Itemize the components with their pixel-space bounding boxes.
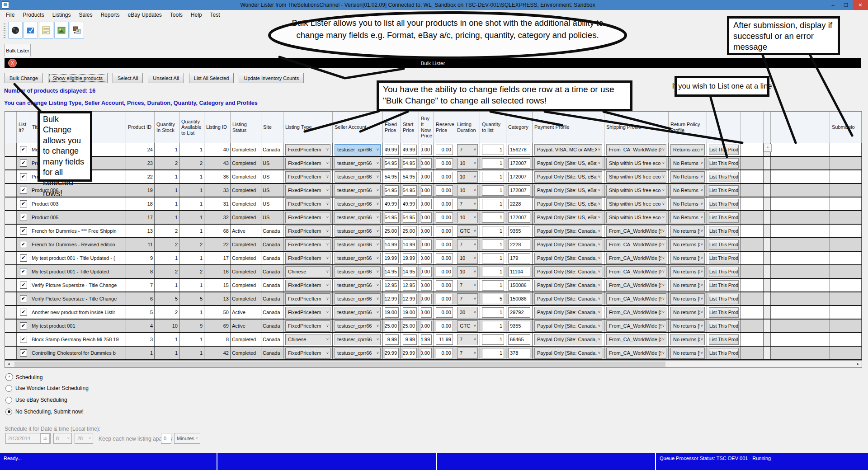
- fixed-price-input[interactable]: 25.00: [385, 321, 399, 331]
- fixed-price-input[interactable]: 14.95: [385, 267, 399, 277]
- notes-icon[interactable]: [39, 22, 53, 39]
- listing-duration-dropdown[interactable]: 7˅: [457, 348, 478, 359]
- buy-it-now-input[interactable]: 14.99: [421, 334, 432, 345]
- qty-to-list-input[interactable]: 1: [482, 199, 504, 209]
- seller-account-dropdown[interactable]: testuser_cprr66˅: [335, 320, 381, 332]
- return-policy-dropdown[interactable]: No returns [Site: ˅: [670, 334, 705, 345]
- list-this-product-button[interactable]: List This Product: [709, 294, 739, 304]
- shipping-profile-dropdown[interactable]: Ship within US free eco [Site: US,˅: [606, 185, 666, 196]
- list-this-product-button[interactable]: List This Product: [709, 199, 739, 209]
- reserve-price-input[interactable]: 0.00: [436, 145, 453, 155]
- start-price-input[interactable]: 54.95: [403, 212, 417, 223]
- listing-duration-dropdown[interactable]: 30˅: [457, 307, 478, 318]
- return-policy-dropdown[interactable]: No returns [Site: ˅: [670, 280, 705, 291]
- qty-to-list-input[interactable]: 1: [482, 212, 504, 223]
- reserve-price-input[interactable]: 0.00: [436, 212, 453, 223]
- buy-it-now-input[interactable]: 0.00: [421, 158, 432, 169]
- fixed-price-input[interactable]: 54.95: [385, 172, 399, 182]
- reserve-price-input[interactable]: 0.00: [436, 226, 453, 236]
- globe-icon[interactable]: [8, 22, 23, 39]
- scroll-right-icon[interactable]: ►: [854, 362, 862, 366]
- category-input[interactable]: 9355: [508, 321, 530, 331]
- seller-account-dropdown[interactable]: testuser_cprr66˅: [335, 334, 381, 345]
- reserve-price-input[interactable]: 0.00: [436, 158, 453, 169]
- listing-type-dropdown[interactable]: FixedPriceItem˅: [285, 185, 330, 196]
- buy-it-now-input[interactable]: 0.00: [421, 212, 432, 223]
- shipping-profile-dropdown[interactable]: Ship within US free eco [Site: US,˅: [606, 158, 666, 169]
- category-input[interactable]: 378: [508, 348, 530, 358]
- payment-profile-dropdown[interactable]: Paypal Only [Site: Canada, eBayUser˅: [534, 334, 602, 345]
- listing-type-dropdown[interactable]: FixedPriceItem˅: [285, 239, 330, 250]
- toolbar-grip[interactable]: [4, 24, 5, 39]
- reserve-price-input[interactable]: 0.00: [436, 240, 453, 250]
- seller-account-dropdown[interactable]: testuser_cprr66˅: [335, 239, 381, 250]
- start-price-input[interactable]: 25.00: [403, 226, 417, 236]
- shipping-profile-dropdown[interactable]: Ship within US free eco [Site: US,˅: [606, 171, 666, 183]
- tab-bulk-lister[interactable]: Bulk Lister: [5, 44, 31, 56]
- listing-type-dropdown[interactable]: FixedPriceItem˅: [285, 348, 330, 359]
- listing-duration-dropdown[interactable]: 7˅: [457, 239, 478, 250]
- menu-item-test[interactable]: Test: [206, 11, 224, 19]
- listing-type-dropdown[interactable]: FixedPriceItem˅: [285, 307, 330, 318]
- shipping-profile-dropdown[interactable]: From_CA_WorldWide [Site: Cana˅: [606, 144, 666, 155]
- select-all-button[interactable]: Select All: [113, 73, 143, 83]
- listing-type-dropdown[interactable]: FixedPriceItem˅: [285, 158, 330, 169]
- menu-item-ebay-updates[interactable]: eBay Updates: [123, 11, 165, 19]
- scrollbar-thumb[interactable]: [14, 362, 665, 367]
- category-input[interactable]: 66465: [508, 334, 530, 345]
- schedule-date-input[interactable]: 2/13/2014 15: [5, 433, 51, 444]
- menu-item-tools[interactable]: Tools: [166, 11, 187, 19]
- start-price-input[interactable]: 54.95: [403, 172, 417, 182]
- seller-account-dropdown[interactable]: testuser_cprr66˅: [335, 348, 381, 359]
- fixed-price-input[interactable]: 49.99: [385, 199, 399, 209]
- gallery-icon[interactable]: [70, 22, 84, 39]
- schedule-minute-dropdown[interactable]: 28 ˅: [75, 433, 93, 444]
- shipping-profile-dropdown[interactable]: From_CA_WorldWide [Site: Cana˅: [606, 320, 666, 332]
- start-price-input[interactable]: 29.99: [403, 348, 417, 358]
- category-input[interactable]: 172007: [508, 172, 530, 182]
- checkbox-icon[interactable]: ✔: [20, 214, 27, 221]
- minimize-button[interactable]: –: [826, 0, 840, 10]
- checkbox-icon[interactable]: ✔: [20, 309, 27, 316]
- payment-profile-dropdown[interactable]: Paypal Only [Site: Canada, eBayUser˅: [534, 348, 602, 359]
- reserve-price-input[interactable]: 0.00: [436, 267, 453, 277]
- calendar-icon[interactable]: 15: [40, 433, 50, 443]
- reserve-price-input[interactable]: 0.00: [436, 307, 453, 318]
- seller-account-dropdown[interactable]: testuser_cprr66˅: [335, 307, 381, 318]
- listing-duration-dropdown[interactable]: 7˅: [457, 144, 478, 155]
- start-price-input[interactable]: 49.99: [403, 199, 417, 209]
- scroll-up-icon[interactable]: ˄: [764, 144, 772, 152]
- horizontal-scrollbar[interactable]: ◄►: [5, 360, 862, 367]
- buy-it-now-input[interactable]: 0.00: [421, 321, 432, 331]
- payment-profile-dropdown[interactable]: Paypal Only [Site: Canada, eBayUser˅: [534, 266, 602, 277]
- checkbox-icon[interactable]: ✔: [20, 295, 27, 302]
- category-input[interactable]: 2228: [508, 199, 530, 209]
- reserve-price-input[interactable]: 0.00: [436, 185, 453, 196]
- reserve-price-input[interactable]: 0.00: [436, 294, 453, 304]
- radio-icon[interactable]: [5, 409, 12, 415]
- category-input[interactable]: 172007: [508, 212, 530, 223]
- listing-duration-dropdown[interactable]: GTC˅: [457, 320, 478, 332]
- qty-to-list-input[interactable]: 5: [482, 294, 504, 304]
- return-policy-dropdown[interactable]: No returns [Site: ˅: [670, 348, 705, 359]
- shipping-profile-dropdown[interactable]: Ship within US free eco [Site: US,˅: [606, 198, 666, 210]
- seller-account-dropdown[interactable]: testuser_cprr66˅: [335, 185, 381, 196]
- shipping-profile-dropdown[interactable]: From_CA_WorldWide [Site: Cana˅: [606, 307, 666, 318]
- payment-profile-dropdown[interactable]: Paypal Only [Site: Canada, eBayUser˅: [534, 239, 602, 250]
- listing-type-dropdown[interactable]: FixedPriceItem˅: [285, 253, 330, 264]
- shipping-profile-dropdown[interactable]: From_CA_WorldWide [Site: Cana˅: [606, 239, 666, 250]
- start-price-input[interactable]: 49.99: [403, 145, 417, 155]
- list-this-product-button[interactable]: List This Product: [709, 321, 739, 331]
- return-policy-dropdown[interactable]: No returns [Site: ˅: [670, 253, 705, 264]
- category-input[interactable]: 2228: [508, 240, 530, 250]
- payment-profile-dropdown[interactable]: Paypal Only [Site: US, eBayUserID: te˅: [534, 158, 602, 169]
- listing-duration-dropdown[interactable]: 10˅: [457, 171, 478, 183]
- fixed-price-input[interactable]: 49.99: [385, 145, 399, 155]
- payment-profile-dropdown[interactable]: Paypal Only [Site: US, eBayUserID: te˅: [534, 198, 602, 210]
- listing-type-dropdown[interactable]: Chinese˅: [285, 266, 330, 277]
- reserve-price-input[interactable]: 11.99: [436, 334, 453, 345]
- checkbox-icon[interactable]: ✔: [20, 336, 27, 343]
- reserve-price-input[interactable]: 0.00: [436, 199, 453, 209]
- return-policy-dropdown[interactable]: No Returns [Site:˅: [670, 158, 705, 169]
- seller-account-dropdown[interactable]: testuser_cprr66˅: [335, 198, 381, 210]
